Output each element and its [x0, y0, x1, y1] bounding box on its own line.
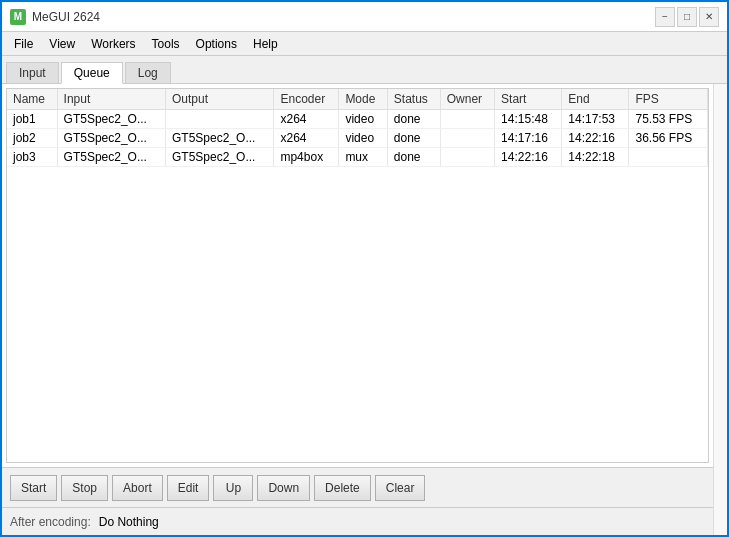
cell-encoder: x264 — [274, 129, 339, 148]
col-header-status: Status — [387, 89, 440, 110]
table-header: Name Input Output Encoder Mode Status Ow… — [7, 89, 708, 110]
col-header-name: Name — [7, 89, 57, 110]
app-icon: M — [10, 9, 26, 25]
table-row[interactable]: job3GT5Spec2_O...GT5Spec2_O...mp4boxmuxd… — [7, 148, 708, 167]
col-header-fps: FPS — [629, 89, 708, 110]
col-header-mode: Mode — [339, 89, 387, 110]
tab-queue[interactable]: Queue — [61, 62, 123, 84]
col-header-start: Start — [495, 89, 562, 110]
bottom-buttons: Start Stop Abort Edit Up Down Delete Cle… — [2, 467, 713, 507]
cell-end: 14:17:53 — [562, 110, 629, 129]
after-encoding-label: After encoding: — [10, 515, 91, 529]
cell-start: 14:15:48 — [495, 110, 562, 129]
col-header-owner: Owner — [440, 89, 494, 110]
start-button[interactable]: Start — [10, 475, 57, 501]
cell-start: 14:22:16 — [495, 148, 562, 167]
cell-status: done — [387, 129, 440, 148]
cell-fps: 36.56 FPS — [629, 129, 708, 148]
tab-input[interactable]: Input — [6, 62, 59, 83]
menu-item-file[interactable]: File — [6, 34, 41, 54]
table-body: job1GT5Spec2_O...x264videodone14:15:4814… — [7, 110, 708, 167]
edit-button[interactable]: Edit — [167, 475, 210, 501]
minimize-button[interactable]: − — [655, 7, 675, 27]
window-controls: − □ ✕ — [655, 7, 719, 27]
cell-fps: 75.53 FPS — [629, 110, 708, 129]
cell-name: job1 — [7, 110, 57, 129]
app-title: MeGUI 2624 — [32, 10, 100, 24]
up-button[interactable]: Up — [213, 475, 253, 501]
col-header-input: Input — [57, 89, 165, 110]
clear-button[interactable]: Clear — [375, 475, 426, 501]
queue-table: Name Input Output Encoder Mode Status Ow… — [7, 89, 708, 167]
main-panel: Name Input Output Encoder Mode Status Ow… — [2, 84, 713, 535]
cell-mode: video — [339, 110, 387, 129]
cell-output: GT5Spec2_O... — [166, 129, 274, 148]
table-row[interactable]: job2GT5Spec2_O...GT5Spec2_O...x264videod… — [7, 129, 708, 148]
cell-fps — [629, 148, 708, 167]
cell-input: GT5Spec2_O... — [57, 110, 165, 129]
status-bar: After encoding: Do Nothing — [2, 507, 713, 535]
menu-item-options[interactable]: Options — [188, 34, 245, 54]
right-panel — [713, 84, 727, 535]
menu-bar: FileViewWorkersToolsOptionsHelp — [2, 32, 727, 56]
cell-owner — [440, 148, 494, 167]
cell-end: 14:22:18 — [562, 148, 629, 167]
title-bar: M MeGUI 2624 − □ ✕ — [2, 2, 727, 32]
cell-encoder: x264 — [274, 110, 339, 129]
col-header-end: End — [562, 89, 629, 110]
close-button[interactable]: ✕ — [699, 7, 719, 27]
down-button[interactable]: Down — [257, 475, 310, 501]
menu-item-help[interactable]: Help — [245, 34, 286, 54]
abort-button[interactable]: Abort — [112, 475, 163, 501]
cell-end: 14:22:16 — [562, 129, 629, 148]
content-area: Name Input Output Encoder Mode Status Ow… — [2, 84, 727, 535]
stop-button[interactable]: Stop — [61, 475, 108, 501]
cell-output — [166, 110, 274, 129]
cell-owner — [440, 129, 494, 148]
menu-item-tools[interactable]: Tools — [144, 34, 188, 54]
cell-start: 14:17:16 — [495, 129, 562, 148]
title-bar-left: M MeGUI 2624 — [10, 9, 100, 25]
maximize-button[interactable]: □ — [677, 7, 697, 27]
cell-input: GT5Spec2_O... — [57, 148, 165, 167]
cell-status: done — [387, 148, 440, 167]
tabs-bar: InputQueueLog — [2, 56, 727, 84]
col-header-output: Output — [166, 89, 274, 110]
cell-name: job3 — [7, 148, 57, 167]
after-encoding-value: Do Nothing — [99, 515, 159, 529]
tab-log[interactable]: Log — [125, 62, 171, 83]
cell-name: job2 — [7, 129, 57, 148]
cell-mode: mux — [339, 148, 387, 167]
cell-input: GT5Spec2_O... — [57, 129, 165, 148]
col-header-encoder: Encoder — [274, 89, 339, 110]
cell-owner — [440, 110, 494, 129]
cell-encoder: mp4box — [274, 148, 339, 167]
app-window: M MeGUI 2624 − □ ✕ FileViewWorkersToolsO… — [0, 0, 729, 537]
menu-item-view[interactable]: View — [41, 34, 83, 54]
cell-output: GT5Spec2_O... — [166, 148, 274, 167]
table-row[interactable]: job1GT5Spec2_O...x264videodone14:15:4814… — [7, 110, 708, 129]
delete-button[interactable]: Delete — [314, 475, 371, 501]
cell-mode: video — [339, 129, 387, 148]
menu-item-workers[interactable]: Workers — [83, 34, 143, 54]
cell-status: done — [387, 110, 440, 129]
queue-table-container[interactable]: Name Input Output Encoder Mode Status Ow… — [6, 88, 709, 463]
